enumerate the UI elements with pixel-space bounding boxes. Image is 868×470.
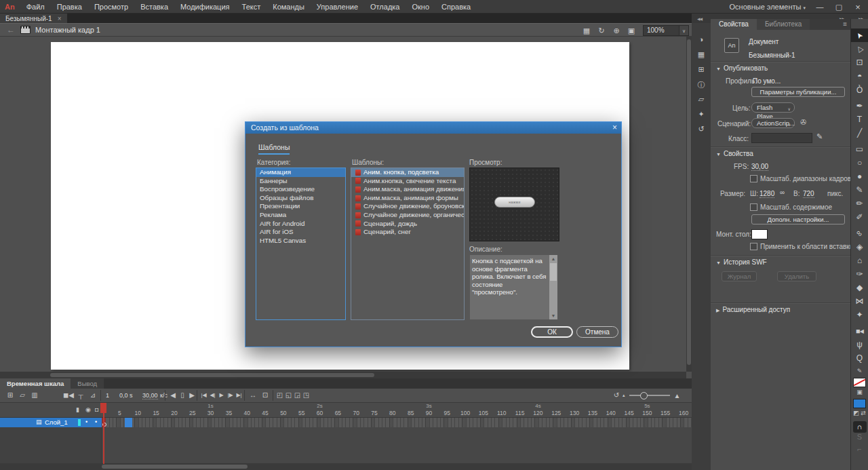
info-panel-icon[interactable]: ⓘ (692, 80, 711, 90)
first-frame-button[interactable]: |◀ (199, 389, 208, 402)
default-colors-icon[interactable]: ◩ (853, 410, 859, 416)
stroke-color-swatch[interactable] (853, 378, 866, 387)
last-frame-button[interactable]: ▶| (235, 389, 243, 402)
zoom-in-frames-icon[interactable]: ▲ (674, 392, 681, 399)
target-dropdown[interactable]: Flash Playe... ∨ (751, 102, 795, 113)
swf-history-section-header[interactable]: ▼История SWF (711, 255, 850, 269)
swap-colors-icon[interactable]: ◩ ⇄ (853, 410, 866, 418)
timeline-horizontal-scrollbar[interactable] (0, 463, 692, 470)
cancel-button[interactable]: Отмена (576, 326, 618, 338)
dialog-title[interactable]: Создать из шаблона (245, 122, 621, 134)
link-icon[interactable]: ∞ (780, 189, 785, 196)
delete-icon[interactable]: ▥ (28, 389, 41, 402)
layer-lock-dot[interactable]: • (95, 418, 97, 425)
list-item[interactable]: Сценарий, дождь (351, 220, 464, 229)
scrollbar-thumb[interactable] (50, 373, 374, 377)
color-panel-icon[interactable]: ◑ (692, 35, 711, 43)
graph-editor-icon[interactable]: ⊿ (87, 389, 99, 402)
workspace-switcher[interactable]: Основные элементы ▾ (730, 3, 806, 11)
new-folder-icon[interactable]: ▱ (16, 389, 28, 402)
list-item[interactable]: Реклама (256, 211, 345, 220)
list-item[interactable]: Анимация (256, 168, 345, 177)
play-button[interactable]: ▶ (217, 389, 226, 402)
bone-tool[interactable]: ∞ (851, 227, 868, 240)
list-item[interactable]: Аним. кнопка, подсветка (351, 168, 464, 177)
panel-menu-icon[interactable]: ≡ (843, 20, 847, 28)
scale-content-checkbox[interactable] (750, 203, 757, 211)
document-tab[interactable]: Безымянный-1 × (0, 14, 67, 23)
onion-skin-icon[interactable]: ◰ (275, 389, 284, 402)
polystar-tool[interactable]: ● (851, 170, 868, 183)
list-item[interactable]: AIR for iOS (256, 228, 345, 237)
asset-warp-tool[interactable]: ✦ (851, 308, 868, 321)
menu-item[interactable]: Правка (51, 3, 88, 11)
list-item[interactable]: Аним.маска, анимация движения (351, 185, 464, 194)
line-tool[interactable]: ╱ (851, 126, 868, 140)
list-item[interactable]: Случайное движение, броуновское (351, 202, 464, 211)
pencil-icon[interactable]: ✎ (816, 132, 823, 141)
wrench-icon[interactable]: ✇ (800, 118, 806, 127)
lasso-tool[interactable]: Ǫ (851, 83, 868, 96)
publish-settings-button[interactable]: Параметры публикации... (751, 87, 845, 97)
apply-paste-checkbox[interactable] (750, 243, 757, 250)
chevron-down-icon[interactable]: ∨ (679, 25, 689, 36)
prev-frame-button[interactable]: ◀| (208, 389, 217, 402)
scale-spans-checkbox[interactable] (750, 175, 757, 182)
scrollbar-thumb[interactable] (550, 263, 557, 281)
width-value[interactable]: 1280 (760, 190, 774, 198)
menu-item[interactable]: Файл (20, 3, 51, 11)
layer-row[interactable]: ▤ Слой_1 • • (0, 418, 102, 427)
pencil-tool[interactable]: ✎ (851, 183, 868, 197)
close-button[interactable]: × (853, 2, 863, 12)
oval-tool[interactable]: ○ (851, 156, 868, 170)
restore-button[interactable]: ▢ (834, 3, 844, 12)
snap-to-objects-toggle[interactable]: ∩ (853, 421, 867, 433)
collapse-dock-icon[interactable]: ◀◀ (697, 16, 702, 21)
3d-rotation-tool[interactable]: ◓ (851, 69, 868, 83)
menu-item[interactable]: Управление (311, 3, 364, 11)
close-tab-icon[interactable]: × (58, 15, 62, 22)
stage-vertical-scrollbar[interactable] (686, 37, 692, 372)
rectangle-tool[interactable]: ▭ (851, 142, 868, 156)
clip-content-icon[interactable]: ▣ (624, 26, 639, 35)
minimize-button[interactable]: — (815, 3, 825, 11)
classic-brush-tool[interactable]: ✏ (851, 197, 868, 210)
loop-icon[interactable]: ▯ (178, 389, 187, 402)
menu-item[interactable]: Текст (236, 3, 267, 11)
close-icon[interactable]: × (612, 122, 617, 134)
paint-bucket-tool[interactable]: ◈ (851, 240, 868, 254)
lock-column-icon[interactable]: ◘ (95, 406, 98, 413)
height-value[interactable]: 720 (803, 190, 814, 198)
extended-access-section-header[interactable]: ▶Расширенный доступ (711, 302, 850, 317)
fill-color-swatch[interactable] (853, 399, 866, 408)
onion-outlines-icon[interactable]: ◱ (284, 389, 293, 402)
panel-tab[interactable]: Свойства (711, 19, 757, 30)
list-item[interactable]: AIR for Android (256, 220, 345, 229)
publish-section-header[interactable]: ▼Опубликовать (711, 61, 850, 75)
scrollbar-thumb[interactable] (102, 465, 248, 469)
step-forward-icon[interactable]: ▶ (187, 389, 197, 402)
align-panel-icon[interactable]: ⊞ (692, 65, 711, 74)
ok-button[interactable]: ОК (531, 326, 573, 338)
stage-color-swatch[interactable] (751, 229, 768, 239)
menu-item[interactable]: Модификация (174, 3, 236, 11)
export-frames-icon[interactable]: ⊡ (259, 389, 271, 402)
list-item[interactable]: Аним.кнопка, свечение текста (351, 177, 464, 186)
menu-item[interactable]: Просмотр (88, 3, 134, 11)
properties-section-header[interactable]: ▼Свойства (711, 146, 850, 161)
list-item[interactable]: Случайное движение, органическое (351, 211, 464, 220)
step-back-icon[interactable]: ◀ (168, 389, 178, 402)
frames-empty-area[interactable] (102, 427, 692, 463)
next-frame-button[interactable]: |▶ (226, 389, 235, 402)
layers-empty-area[interactable] (0, 427, 102, 463)
panel-tab[interactable]: Временная шкала (0, 378, 71, 389)
frame-range-icon[interactable]: ◳ (302, 389, 311, 402)
log-button[interactable]: Журнал (722, 271, 757, 281)
eyedropper-tool[interactable]: ✑ (851, 267, 868, 281)
stage-zoom-input[interactable]: 100% (643, 25, 679, 36)
visibility-column-icon[interactable]: ◉ (85, 406, 91, 413)
center-stage-icon[interactable]: ⊕ (609, 26, 624, 35)
edit-scene-icon[interactable]: ▦ (579, 26, 594, 35)
stage-horizontal-scrollbar[interactable] (0, 372, 686, 378)
camera-icon[interactable]: ◼◀ (62, 389, 75, 402)
